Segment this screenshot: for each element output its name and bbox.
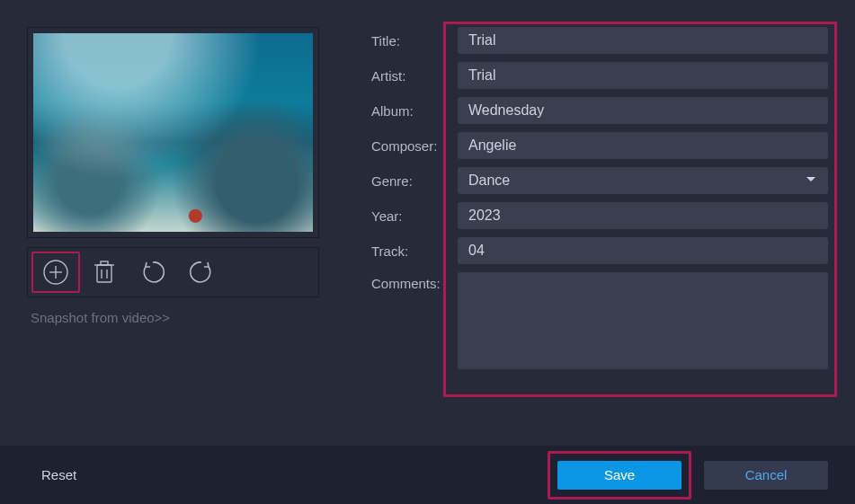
svg-rect-3 [97, 265, 111, 282]
artist-input[interactable] [458, 62, 828, 89]
trash-icon [93, 260, 116, 285]
genre-label: Genre: [371, 173, 454, 189]
track-label: Track: [371, 243, 454, 259]
bottom-action-bar: Reset Save Cancel [0, 446, 855, 504]
album-input[interactable] [458, 97, 828, 124]
rotate-cw-button[interactable] [177, 252, 226, 293]
cancel-button[interactable]: Cancel [704, 461, 828, 490]
year-input[interactable] [458, 202, 828, 229]
comments-textarea[interactable] [458, 272, 828, 369]
genre-select[interactable]: Dance [458, 167, 828, 194]
svg-rect-7 [101, 261, 108, 265]
title-label: Title: [371, 33, 454, 49]
rotate-ccw-button[interactable] [129, 252, 177, 293]
add-image-button[interactable] [31, 252, 80, 293]
album-label: Album: [371, 103, 454, 119]
snapshot-from-video-link[interactable]: Snapshot from video>> [27, 310, 170, 325]
delete-image-button[interactable] [80, 252, 129, 293]
title-input[interactable] [458, 27, 828, 54]
year-label: Year: [371, 208, 454, 224]
image-tool-strip [27, 247, 319, 297]
comments-label: Comments: [371, 272, 454, 291]
plus-circle-icon [42, 259, 69, 286]
rotate-cw-icon [189, 260, 214, 285]
cover-art-image [33, 33, 313, 232]
save-highlight-outline: Save [548, 451, 691, 500]
rotate-ccw-icon [140, 260, 165, 285]
composer-input[interactable] [458, 132, 828, 159]
artist-label: Artist: [371, 68, 454, 84]
track-input[interactable] [458, 237, 828, 264]
metadata-form: Title: Artist: Album: Composer: Genre: D… [371, 27, 828, 369]
chevron-down-icon [805, 172, 817, 189]
composer-label: Composer: [371, 138, 454, 154]
genre-value: Dance [468, 172, 510, 189]
reset-button[interactable]: Reset [34, 461, 84, 490]
cover-art-frame [27, 27, 319, 238]
save-button[interactable]: Save [557, 461, 681, 490]
